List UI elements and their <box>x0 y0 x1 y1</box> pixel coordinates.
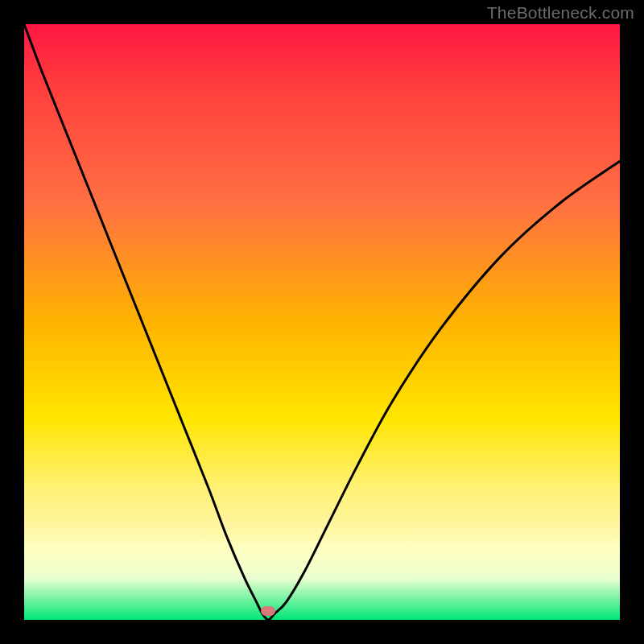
minimum-marker <box>261 606 275 616</box>
watermark-text: TheBottleneck.com <box>487 3 634 23</box>
bottleneck-curve <box>0 0 644 644</box>
chart-frame: TheBottleneck.com <box>0 0 644 644</box>
